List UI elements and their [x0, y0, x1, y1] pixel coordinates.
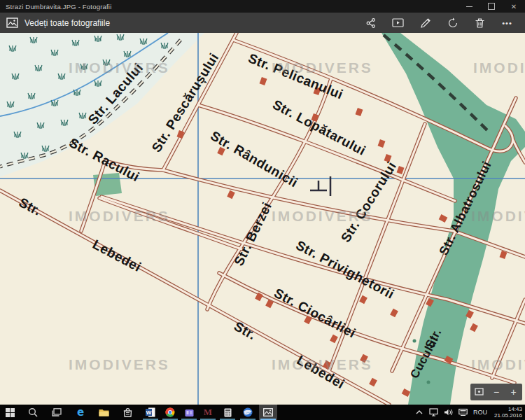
- tree-dot: [427, 381, 430, 384]
- taskbar-word[interactable]: W: [141, 405, 160, 420]
- photos-app-window: Str. PelicanuluiStr. LopătaruluiStr. Rân…: [0, 0, 525, 420]
- windows-logo-icon: [6, 408, 15, 417]
- share-icon: [365, 18, 377, 29]
- taskbar: e W: [0, 405, 525, 420]
- taskbar-file-explorer[interactable]: [94, 405, 113, 420]
- watermark-text: IMODIVERS: [69, 59, 170, 76]
- close-icon: ✕: [511, 3, 517, 10]
- network-indicator[interactable]: [426, 405, 441, 420]
- fit-to-screen-button[interactable]: [472, 387, 486, 397]
- edge-icon: e: [77, 406, 84, 419]
- trash-icon: [475, 18, 485, 29]
- zoom-out-button[interactable]: −: [489, 387, 503, 397]
- photos-icon: [263, 408, 273, 416]
- minimize-button[interactable]: [458, 0, 480, 13]
- delete-button[interactable]: [466, 13, 493, 33]
- watermark-text: IMODIVERS: [69, 208, 170, 224]
- purple-app-icon: [185, 408, 194, 417]
- close-button[interactable]: ✕: [503, 0, 525, 13]
- word-icon: W: [146, 407, 155, 417]
- rotate-icon: [447, 18, 458, 29]
- network-monitor-icon: [429, 408, 439, 416]
- language-indicator[interactable]: ROU: [470, 409, 490, 416]
- watermark-text: IMODIVERS: [272, 59, 373, 76]
- maximize-button[interactable]: [480, 0, 503, 13]
- fit-screen-icon: [475, 388, 484, 396]
- volume-indicator[interactable]: [441, 405, 456, 420]
- tray-app-indicator[interactable]: [456, 405, 470, 420]
- map-photo[interactable]: Str. PelicanuluiStr. LopătaruluiStr. Rân…: [0, 33, 525, 405]
- folder-icon: [99, 408, 109, 416]
- edit-button[interactable]: [412, 13, 439, 33]
- taskbar-calculator[interactable]: [218, 405, 237, 420]
- share-button[interactable]: [357, 13, 384, 33]
- watermark-text: IMODIVERS: [471, 208, 525, 224]
- taskbar-chrome[interactable]: [161, 405, 179, 420]
- speaker-icon: [444, 408, 453, 416]
- google-earth-icon: [243, 407, 253, 417]
- photos-toolbar: Vedeți toate fotografiile: [0, 13, 525, 33]
- watermark-text: IMODIVERS: [471, 356, 525, 372]
- minimize-icon: [466, 6, 472, 7]
- title-bar[interactable]: Strazi Dumbravita.JPG - Fotografii ✕: [0, 0, 525, 13]
- taskbar-app-purple[interactable]: [180, 405, 198, 420]
- calculator-icon: [224, 408, 232, 417]
- window-title: Strazi Dumbravita.JPG - Fotografii: [0, 3, 111, 10]
- see-more-button[interactable]: •••: [493, 13, 521, 33]
- slideshow-button[interactable]: [384, 13, 412, 33]
- store-bag-icon: [123, 408, 132, 417]
- watermark-text: IMODIVERS: [69, 356, 170, 372]
- search-icon: [28, 407, 38, 417]
- clock[interactable]: 14:43 21.05.2016: [490, 406, 525, 419]
- taskbar-app-m[interactable]: M: [199, 405, 217, 420]
- watermark-text: IMODIVERS: [272, 356, 373, 372]
- clock-date: 21.05.2016: [490, 412, 522, 419]
- rotate-button[interactable]: [439, 13, 466, 33]
- taskbar-google-earth[interactable]: [239, 405, 257, 420]
- taskbar-store[interactable]: [118, 405, 136, 420]
- svg-text:W: W: [146, 410, 152, 416]
- taskbar-photos[interactable]: [259, 405, 277, 420]
- m-app-icon: M: [204, 407, 212, 418]
- task-view-icon: [52, 408, 62, 416]
- watermark-text: IMODIVERS: [473, 59, 525, 76]
- zoom-in-button[interactable]: +: [507, 387, 521, 397]
- map-svg: Str. PelicanuluiStr. LopătaruluiStr. Rân…: [0, 33, 525, 405]
- toolbar-actions: •••: [357, 13, 525, 33]
- slideshow-icon: [392, 18, 404, 28]
- system-tray: ROU 14:43 21.05.2016: [412, 405, 525, 420]
- maximize-icon: [488, 3, 495, 10]
- see-all-photos-button[interactable]: Vedeți toate fotografiile: [0, 18, 110, 28]
- zoom-controls: − +: [470, 384, 522, 400]
- taskbar-edge[interactable]: e: [71, 405, 90, 420]
- photo-thumbnail-icon: [6, 18, 18, 28]
- tree-dot: [413, 340, 416, 343]
- clock-time: 14:43: [490, 406, 522, 412]
- chrome-icon: [165, 407, 175, 417]
- ellipsis-icon: •••: [502, 19, 512, 27]
- hidden-icons-button[interactable]: [412, 405, 426, 420]
- chevron-up-icon: [416, 410, 423, 414]
- search-button[interactable]: [24, 405, 42, 420]
- start-button[interactable]: [1, 405, 19, 420]
- touch-keyboard-icon: [458, 408, 468, 416]
- window-controls: ✕: [458, 0, 525, 13]
- see-all-photos-label: Vedeți toate fotografiile: [24, 18, 110, 28]
- pencil-icon: [420, 18, 431, 29]
- watermark-text: IMODIVERS: [272, 208, 373, 224]
- task-view-button[interactable]: [48, 405, 66, 420]
